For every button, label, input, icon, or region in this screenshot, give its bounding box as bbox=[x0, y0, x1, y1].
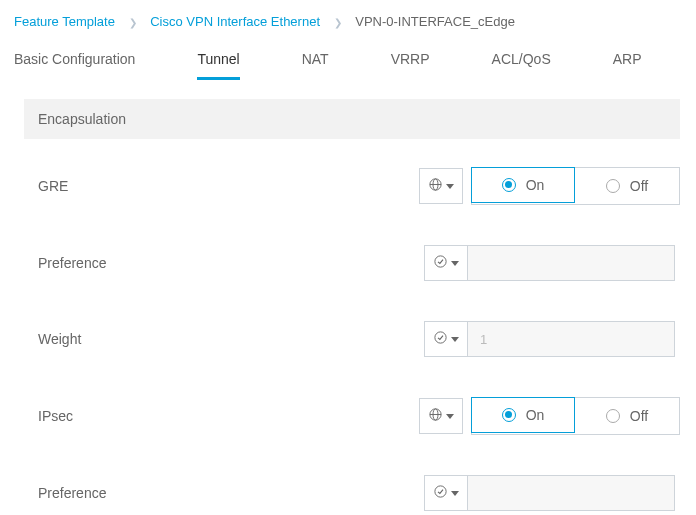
tab-acl-qos[interactable]: ACL/QoS bbox=[492, 51, 551, 80]
input-weight-gre[interactable] bbox=[467, 321, 675, 357]
radio-group-gre: On Off bbox=[471, 167, 680, 205]
globe-icon bbox=[428, 177, 443, 195]
check-icon bbox=[433, 254, 448, 272]
radio-gre-on[interactable]: On bbox=[471, 167, 575, 203]
scope-dropdown-ipsec[interactable] bbox=[419, 398, 463, 434]
tab-basic-configuration[interactable]: Basic Configuration bbox=[14, 51, 135, 80]
scope-dropdown-gre[interactable] bbox=[419, 168, 463, 204]
label-weight: Weight bbox=[24, 331, 424, 347]
tab-tunnel[interactable]: Tunnel bbox=[197, 51, 239, 80]
tab-arp[interactable]: ARP bbox=[613, 51, 642, 80]
radio-icon bbox=[606, 179, 620, 193]
label-preference: Preference bbox=[24, 255, 424, 271]
globe-icon bbox=[428, 407, 443, 425]
chevron-down-icon bbox=[446, 184, 454, 189]
radio-label: Off bbox=[630, 178, 648, 194]
row-gre: GRE On Off bbox=[24, 147, 680, 225]
input-preference-gre[interactable] bbox=[467, 245, 675, 281]
scope-dropdown-pref2[interactable] bbox=[424, 475, 468, 511]
chevron-down-icon bbox=[451, 261, 459, 266]
breadcrumb: Feature Template ❯ Cisco VPN Interface E… bbox=[0, 0, 696, 37]
chevron-right-icon: ❯ bbox=[334, 17, 342, 28]
radio-label: On bbox=[526, 177, 545, 193]
check-icon bbox=[433, 330, 448, 348]
label-gre: GRE bbox=[24, 178, 419, 194]
label-preference: Preference bbox=[24, 485, 424, 501]
radio-label: Off bbox=[630, 408, 648, 424]
radio-icon bbox=[606, 409, 620, 423]
breadcrumb-current: VPN-0-INTERFACE_cEdge bbox=[355, 14, 515, 29]
radio-ipsec-off[interactable]: Off bbox=[575, 398, 679, 434]
row-ipsec: IPsec On Off bbox=[24, 377, 680, 455]
radio-label: On bbox=[526, 407, 545, 423]
check-icon bbox=[433, 484, 448, 502]
radio-icon bbox=[502, 178, 516, 192]
chevron-down-icon bbox=[451, 491, 459, 496]
row-preference-gre: Preference bbox=[24, 225, 680, 301]
tab-vrrp[interactable]: VRRP bbox=[391, 51, 430, 80]
chevron-down-icon bbox=[446, 414, 454, 419]
radio-group-ipsec: On Off bbox=[471, 397, 680, 435]
scope-dropdown-weight1[interactable] bbox=[424, 321, 468, 357]
breadcrumb-link-0[interactable]: Feature Template bbox=[14, 14, 115, 29]
row-weight-gre: Weight bbox=[24, 301, 680, 377]
tab-nat[interactable]: NAT bbox=[302, 51, 329, 80]
breadcrumb-link-1[interactable]: Cisco VPN Interface Ethernet bbox=[150, 14, 320, 29]
chevron-right-icon: ❯ bbox=[129, 17, 137, 28]
radio-gre-off[interactable]: Off bbox=[575, 168, 679, 204]
tabs: Basic Configuration Tunnel NAT VRRP ACL/… bbox=[0, 37, 696, 81]
section-encapsulation-header: Encapsulation bbox=[24, 99, 680, 139]
label-ipsec: IPsec bbox=[24, 408, 419, 424]
chevron-down-icon bbox=[451, 337, 459, 342]
radio-icon bbox=[502, 408, 516, 422]
scope-dropdown-pref1[interactable] bbox=[424, 245, 468, 281]
row-preference-ipsec: Preference bbox=[24, 455, 680, 515]
input-preference-ipsec[interactable] bbox=[467, 475, 675, 511]
radio-ipsec-on[interactable]: On bbox=[471, 397, 575, 433]
